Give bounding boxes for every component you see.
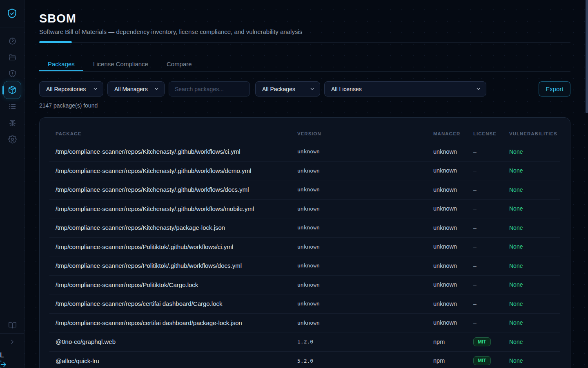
column-header-package: Package xyxy=(49,131,291,136)
license-cell: – xyxy=(467,148,503,155)
clipped-label: L xyxy=(0,351,4,359)
vulnerabilities-cell: None xyxy=(503,186,560,193)
scrollbar-thumb[interactable] xyxy=(586,0,588,113)
sidebar-item-settings[interactable] xyxy=(0,131,24,147)
table-row[interactable]: @0no-co/graphql.web 1.2.0 npm MIT None xyxy=(49,332,560,352)
version-cell: unknown xyxy=(291,168,427,174)
vulnerabilities-cell: None xyxy=(503,339,560,345)
manager-cell: unknown xyxy=(427,148,467,155)
sidebar-item-repositories[interactable] xyxy=(0,49,24,65)
sidebar: L xyxy=(0,0,24,368)
sidebar-item-issues[interactable] xyxy=(0,114,24,131)
sidebar-item-docs[interactable] xyxy=(0,317,24,333)
sidebar-expand-button[interactable] xyxy=(0,334,24,350)
version-cell: unknown xyxy=(291,206,427,212)
managers-select[interactable]: All Managers xyxy=(107,81,165,96)
table-row[interactable]: /tmp/compliance-scanner/repos/certifai d… xyxy=(49,314,560,333)
tab-compare[interactable]: Compare xyxy=(158,57,200,71)
export-button[interactable]: Export xyxy=(539,81,570,96)
table-body: /tmp/compliance-scanner/repos/Kitchenast… xyxy=(49,142,560,368)
shield-alert-icon xyxy=(8,70,17,78)
table-row[interactable]: /tmp/compliance-scanner/repos/certifai d… xyxy=(49,294,560,314)
manager-cell: npm xyxy=(427,357,467,364)
app-logo[interactable] xyxy=(0,0,24,27)
results-count: 2147 package(s) found xyxy=(39,101,570,110)
manager-cell: unknown xyxy=(427,301,467,307)
column-header-vulnerabilities: Vulnerabilities xyxy=(503,131,560,136)
table-row[interactable]: /tmp/compliance-scanner/repos/Kitchenast… xyxy=(49,180,560,200)
vulnerabilities-cell: None xyxy=(503,205,560,212)
package-cell: /tmp/compliance-scanner/repos/Kitchenast… xyxy=(49,186,291,193)
manager-cell: unknown xyxy=(427,224,467,231)
package-cell: /tmp/compliance-scanner/repos/Politiktok… xyxy=(49,281,291,288)
license-cell: – xyxy=(467,243,503,250)
vulnerabilities-cell: None xyxy=(503,357,560,364)
active-nav-indicator xyxy=(2,86,4,94)
sidebar-item-security[interactable] xyxy=(0,65,24,82)
vulnerabilities-cell: None xyxy=(503,224,560,231)
sidebar-item-sbom[interactable] xyxy=(3,81,21,99)
package-cell: /tmp/compliance-scanner/repos/Kitchenast… xyxy=(49,224,291,231)
gauge-icon xyxy=(8,37,17,45)
title-divider xyxy=(39,42,570,43)
package-cell: /tmp/compliance-scanner/repos/certifai d… xyxy=(49,300,291,307)
chevron-right-icon xyxy=(9,338,16,346)
sidebar-item-reports[interactable] xyxy=(0,98,24,114)
package-cell: @alloc/quick-lru xyxy=(49,357,291,364)
license-cell: – xyxy=(467,224,503,231)
packages-select-value: All Packages xyxy=(262,86,295,92)
tab-bar: Packages License Compliance Compare xyxy=(39,57,570,72)
license-cell: – xyxy=(467,281,503,288)
manager-cell: unknown xyxy=(427,186,467,193)
manager-cell: unknown xyxy=(427,281,467,288)
license-cell: – xyxy=(467,319,503,326)
packages-table-card: Package Version Manager License Vulnerab… xyxy=(39,117,570,368)
table-row[interactable]: /tmp/compliance-scanner/repos/Politiktok… xyxy=(49,238,560,257)
version-cell: unknown xyxy=(291,320,427,326)
repositories-select[interactable]: All Repositories xyxy=(39,81,103,96)
package-cell: /tmp/compliance-scanner/repos/Kitchenast… xyxy=(49,148,291,155)
table-row[interactable]: /tmp/compliance-scanner/repos/Kitchenast… xyxy=(49,142,560,162)
vulnerabilities-cell: None xyxy=(503,319,560,326)
chevron-down-icon xyxy=(93,86,98,92)
chevron-down-icon xyxy=(476,86,481,92)
manager-cell: unknown xyxy=(427,263,467,269)
table-row[interactable]: /tmp/compliance-scanner/repos/Politiktok… xyxy=(49,276,560,295)
page-subtitle: Software Bill of Materials — dependency … xyxy=(39,28,570,36)
version-cell: unknown xyxy=(291,224,427,231)
table-row[interactable]: /tmp/compliance-scanner/repos/Kitchenast… xyxy=(49,218,560,238)
license-cell: – xyxy=(467,186,503,193)
table-row[interactable]: @alloc/quick-lru 5.2.0 npm MIT None xyxy=(49,352,560,368)
sidebar-item-dashboard[interactable] xyxy=(0,33,24,49)
search-input[interactable] xyxy=(169,81,250,96)
license-cell: – xyxy=(467,263,503,269)
vulnerabilities-cell: None xyxy=(503,301,560,307)
vulnerabilities-cell: None xyxy=(503,281,560,288)
license-cell: – xyxy=(467,301,503,307)
license-badge: MIT xyxy=(473,356,491,365)
list-icon xyxy=(8,102,17,111)
sidebar-clipped-zone: L xyxy=(0,350,24,368)
logout-icon[interactable] xyxy=(0,360,7,368)
version-cell: unknown xyxy=(291,148,427,155)
column-header-manager: Manager xyxy=(427,131,467,136)
packages-select[interactable]: All Packages xyxy=(255,81,320,96)
package-icon xyxy=(8,85,17,94)
table-row[interactable]: /tmp/compliance-scanner/repos/Politiktok… xyxy=(49,256,560,276)
tab-license-compliance[interactable]: License Compliance xyxy=(85,57,157,71)
manager-cell: npm xyxy=(427,339,467,345)
vulnerabilities-cell: None xyxy=(503,263,560,269)
tab-packages[interactable]: Packages xyxy=(39,57,83,71)
licenses-select[interactable]: All Licenses xyxy=(324,81,486,96)
manager-cell: unknown xyxy=(427,243,467,250)
version-cell: unknown xyxy=(291,301,427,307)
package-cell: /tmp/compliance-scanner/repos/Kitchenast… xyxy=(49,205,291,212)
folder-icon xyxy=(8,53,17,62)
license-cell: – xyxy=(467,167,503,174)
manager-cell: unknown xyxy=(427,167,467,174)
table-row[interactable]: /tmp/compliance-scanner/repos/Kitchenast… xyxy=(49,162,560,181)
version-cell: unknown xyxy=(291,263,427,269)
repositories-select-value: All Repositories xyxy=(46,86,86,92)
main-content: SBOM Software Bill of Materials — depend… xyxy=(24,0,588,368)
table-row[interactable]: /tmp/compliance-scanner/repos/Kitchenast… xyxy=(49,200,560,219)
